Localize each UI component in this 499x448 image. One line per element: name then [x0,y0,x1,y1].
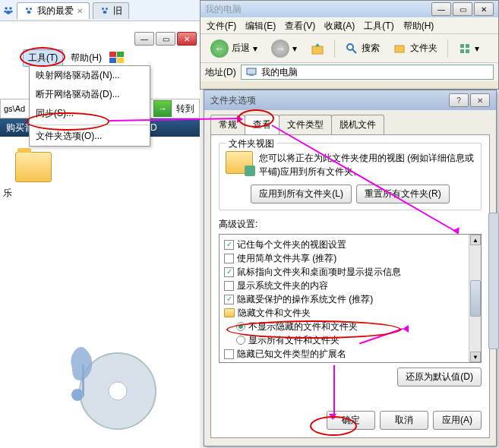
chevron-down-icon: ▾ [292,43,297,54]
checkbox-icon[interactable] [224,363,234,364]
maximize-button[interactable]: ▭ [156,32,175,46]
menu-favorites[interactable]: 收藏(A) [324,20,355,33]
close-button[interactable]: ✕ [474,2,494,16]
svg-rect-24 [466,44,469,48]
minimize-button[interactable]: — [134,32,154,46]
folder-view-group: 文件夹视图 您可以将正在为此文件夹使用的视图 (例如详细信息或平铺)应用到所有文… [219,143,482,210]
tree-item-dont-show-hidden[interactable]: 不显示隐藏的文件和文件夹 [224,320,464,333]
tab-favorites[interactable]: 我的最爱 ✕ [17,2,90,19]
reset-all-folders-button[interactable]: 重置所有文件夹(R) [356,185,450,203]
explorer-window: 我的电脑 — ▭ ✕ 文件(F) 编辑(E) 查看(V) 收藏(A) 工具(T)… [200,0,499,90]
menu-file[interactable]: 文件(F) [207,20,236,33]
ok-button[interactable]: 确定 [327,411,375,430]
cancel-button[interactable]: 取消 [380,411,428,430]
tree-item-hover-tips[interactable]: 鼠标指向文件夹和桌面项时显示提示信息 [224,265,464,279]
computer-icon [245,65,258,79]
go-button[interactable]: → [153,100,172,117]
apply-all-folders-button[interactable]: 应用到所有文件夹(L) [251,185,352,203]
toolbar-separator [334,39,335,58]
folder-view-description: 您可以将正在为此文件夹使用的视图 (例如详细信息或平铺)应用到所有文件夹。 [259,151,475,178]
address-box[interactable]: 我的电脑 [241,65,494,80]
menu-tools[interactable]: 工具(T) [364,20,393,33]
tree-item-show-system[interactable]: 显示系统文件夹的内容 [224,279,464,292]
tools-dropdown-menu: 映射网络驱动器(N)... 断开网络驱动器(D)... 同步(S)... 文件夹… [29,65,150,147]
checkbox-icon[interactable] [224,281,234,291]
forward-arrow-icon: → [271,39,289,58]
menu-map-drive[interactable]: 映射网络驱动器(N)... [30,66,150,85]
tree-item-remember-view[interactable]: 记住每个文件夹的视图设置 [224,238,464,251]
svg-point-2 [4,10,6,12]
checkbox-icon[interactable] [224,267,234,277]
close-button[interactable]: ✕ [177,32,197,46]
tree-item-show-all-hidden[interactable]: 显示所有文件和文件夹 [224,333,464,347]
tree-item-hide-protected[interactable]: 隐藏受保护的操作系统文件 (推荐) [224,292,464,306]
window-controls: — ▭ ✕ [134,32,197,46]
close-button[interactable]: ✕ [470,93,490,107]
menu-view[interactable]: 查看(V) [285,20,315,33]
goto-label: 转到 [172,103,199,115]
svg-rect-23 [460,44,464,48]
tree-item-color-ntfs[interactable]: 用彩色显示加密或压缩的 NTFS 文件 [224,361,464,363]
dialog-title: 文件夹选项 [210,94,256,107]
svg-point-10 [103,11,107,14]
tab-filetypes[interactable]: 文件类型 [279,115,332,134]
tree-item-hide-extensions[interactable]: 隐藏已知文件类型的扩展名 [224,347,464,361]
paw-icon [99,5,110,16]
menu-folder-options[interactable]: 文件夹选项(O)... [30,127,150,146]
scroll-thumb[interactable] [470,280,481,317]
folder-view-icon [226,151,253,174]
svg-point-6 [30,8,32,10]
page-scrollbar[interactable] [488,213,499,349]
menu-disconnect-drive[interactable]: 断开网络驱动器(D)... [30,85,150,104]
restore-defaults-button[interactable]: 还原为默认值(D) [397,368,482,386]
menu-help[interactable]: 帮助(H) [403,20,434,33]
folder-up-icon [311,42,324,55]
svg-point-9 [106,8,108,10]
checkbox-icon[interactable] [224,349,234,359]
menu-help[interactable]: 帮助(H) [66,50,106,66]
svg-line-21 [352,49,356,53]
minimize-button[interactable]: — [431,2,451,16]
svg-point-8 [102,8,104,10]
checkbox-icon[interactable] [224,254,234,263]
music-cd-art-icon [53,327,159,433]
menu-sync[interactable]: 同步(S)... [30,104,150,123]
checkbox-icon[interactable] [224,295,234,304]
explorer-menu-bar: 文件(F) 编辑(E) 查看(V) 收藏(A) 工具(T) 帮助(H) [201,17,498,34]
windows-logo-icon [109,52,125,64]
scroll-down-icon[interactable]: ▼ [470,352,481,362]
help-button[interactable]: ? [449,93,469,107]
svg-rect-14 [117,58,124,63]
tab-old[interactable]: 旧 [93,2,129,19]
search-button[interactable]: 搜索 [340,38,385,59]
close-icon[interactable]: ✕ [77,7,83,15]
views-button[interactable]: ▾ [453,38,485,59]
menu-edit[interactable]: 编辑(E) [245,20,276,33]
menu-separator [30,125,150,125]
checkbox-icon[interactable] [224,240,234,250]
svg-point-7 [27,11,31,14]
svg-rect-18 [82,364,84,396]
tree-item-hidden-group[interactable]: 隐藏文件和文件夹 [224,306,464,320]
folder-icon [224,308,235,317]
tree-scrollbar[interactable]: ▲ ▼ [469,235,481,362]
up-button[interactable] [305,38,330,59]
scroll-up-icon[interactable]: ▲ [470,235,481,245]
svg-point-5 [26,8,28,10]
folder-icon[interactable] [15,152,52,182]
tab-general[interactable]: 常规 [210,115,245,134]
tab-offline[interactable]: 脱机文件 [331,115,384,134]
back-button[interactable]: ← 后退 ▾ [205,36,263,62]
folders-button[interactable]: 文件夹 [388,38,443,59]
tab-view[interactable]: 查看 [245,115,280,134]
forward-button[interactable]: → ▾ [266,36,302,62]
maximize-button[interactable]: ▭ [453,2,472,16]
browser-tab-bar: 我的最爱 ✕ 旧 [0,0,200,21]
svg-point-16 [109,382,127,400]
svg-rect-11 [109,52,116,57]
radio-icon[interactable] [236,322,245,331]
apply-button[interactable]: 应用(A) [433,411,482,430]
radio-icon[interactable] [236,336,245,345]
menu-tools[interactable]: 工具(T) [23,49,63,67]
tree-item-simple-sharing[interactable]: 使用简单文件共享 (推荐) [224,251,464,265]
